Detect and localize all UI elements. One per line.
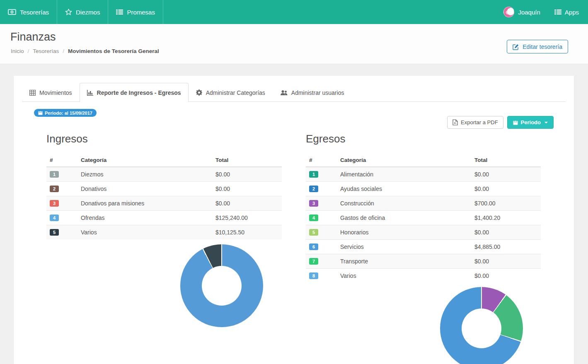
breadcrumb-separator: / — [28, 48, 29, 54]
breadcrumb-home[interactable]: Inicio — [11, 48, 24, 54]
column-header-total: Total — [471, 154, 541, 167]
column-header-total: Total — [212, 154, 282, 167]
total-cell: $125,240.00 — [212, 210, 282, 225]
category-cell: Construcción — [337, 196, 471, 210]
calendar-icon — [38, 111, 43, 115]
export-pdf-label: Exportar a PDF — [461, 119, 498, 125]
ingresos-title: Ingresos — [46, 133, 282, 145]
row-number-badge: 1 — [309, 171, 318, 178]
period-dropdown-button[interactable]: Periodo — [507, 116, 554, 129]
egresos-donut-chart — [440, 287, 523, 364]
table-row: 6 Servicios $4,885.00 — [306, 239, 541, 254]
chevron-down-icon — [544, 122, 548, 123]
row-number-badge: 2 — [309, 186, 318, 192]
total-cell: $0.00 — [471, 181, 541, 196]
donut-hole — [202, 266, 242, 306]
total-cell: $4,885.00 — [471, 239, 541, 254]
row-number-badge: 5 — [309, 229, 318, 236]
apps-list-icon — [554, 9, 561, 15]
table-row: 1 Diezmos $0.00 — [46, 167, 282, 181]
table-row: 5 Honorarios $0.00 — [306, 225, 541, 239]
category-cell: Diezmos — [77, 167, 212, 181]
category-cell: Varios — [77, 225, 212, 239]
tab-label: Administrar Categorías — [206, 89, 265, 96]
breadcrumb-tesorerias[interactable]: Tesorerías — [33, 48, 59, 54]
column-header-num: # — [46, 154, 77, 167]
period-badge: Periodo: al 15/09/2017 — [34, 109, 97, 117]
row-number-badge: 7 — [309, 258, 318, 265]
row-number-badge: 6 — [309, 243, 318, 250]
pencil-square-icon — [513, 43, 519, 50]
column-header-num: # — [306, 154, 337, 167]
table-icon — [29, 90, 36, 96]
category-cell: Transporte — [337, 254, 471, 268]
edit-treasury-label: Editar tesorería — [523, 43, 562, 50]
total-cell: $10,125.50 — [212, 225, 282, 239]
row-number-badge: 3 — [50, 200, 59, 207]
edit-treasury-button[interactable]: Editar tesorería — [507, 40, 568, 53]
breadcrumb: Inicio / Tesorerías / Movimientos de Tes… — [11, 48, 159, 54]
category-cell: Alimentación — [337, 167, 471, 181]
star-icon — [65, 9, 72, 15]
user-avatar — [503, 7, 514, 17]
row-number-badge: 1 — [50, 171, 59, 178]
bar-chart-icon — [87, 90, 93, 96]
page-header: Finanzas Inicio / Tesorerías / Movimient… — [0, 24, 588, 64]
row-number-badge: 2 — [50, 186, 59, 192]
nav-item-label: Tesorerías — [20, 9, 49, 16]
total-cell: $0.00 — [471, 254, 541, 268]
table-row: 7 Transporte $0.00 — [306, 254, 541, 268]
breadcrumb-separator: / — [63, 48, 64, 54]
category-cell: Ayudas sociales — [337, 181, 471, 196]
total-cell: $0.00 — [471, 167, 541, 181]
top-navbar: Tesorerías Diezmos Promesas Joaquín — [0, 0, 588, 24]
row-number-badge: 8 — [309, 272, 318, 279]
user-menu[interactable]: Joaquín — [503, 7, 540, 17]
table-row: 4 Gastos de oficina $1,400.20 — [306, 210, 541, 225]
egresos-section: Egresos # Categoría Total 1 Alimentación… — [306, 133, 541, 283]
apps-menu[interactable]: Apps — [554, 9, 579, 16]
user-name: Joaquín — [518, 9, 540, 16]
file-pdf-icon — [452, 119, 458, 125]
table-row: 2 Donativos $0.00 — [46, 181, 282, 196]
nav-item-diezmos[interactable]: Diezmos — [57, 0, 108, 24]
apps-label: Apps — [565, 9, 579, 16]
list-icon — [116, 9, 123, 15]
tab-administrar-categorias[interactable]: Administrar Categorías — [189, 83, 273, 102]
navbar-right: Joaquín Apps — [503, 0, 588, 24]
nav-item-tesorerias[interactable]: Tesorerías — [0, 0, 57, 24]
export-pdf-button[interactable]: Exportar a PDF — [447, 116, 503, 129]
ingresos-donut-chart — [180, 244, 263, 327]
tab-movimientos[interactable]: Movimientos — [22, 83, 80, 102]
banknote-icon — [8, 9, 16, 15]
tab-label: Movimientos — [39, 89, 72, 96]
category-cell: Ofrendas — [77, 210, 212, 225]
period-badge-label: Periodo: al 15/09/2017 — [45, 111, 92, 116]
ingresos-table: # Categoría Total 1 Diezmos $0.00 2 Dona… — [46, 154, 282, 239]
ingresos-section: Ingresos # Categoría Total 1 Diezmos $0.… — [46, 133, 282, 239]
tab-label: Administrar usuarios — [291, 89, 344, 96]
total-cell: $700.00 — [471, 196, 541, 210]
table-row: 2 Ayudas sociales $0.00 — [306, 181, 541, 196]
report-toolbar: Exportar a PDF Periodo — [447, 116, 554, 129]
total-cell: $0.00 — [212, 167, 282, 181]
row-number-badge: 4 — [309, 215, 318, 221]
tab-administrar-usuarios[interactable]: Administrar usuarios — [273, 83, 352, 102]
tab-reporte-ingresos-egresos[interactable]: Reporte de Ingresos - Egresos — [80, 83, 189, 102]
nav-item-promesas[interactable]: Promesas — [108, 0, 163, 24]
report-card: Movimientos Reporte de Ingresos - Egreso… — [14, 76, 574, 364]
row-number-badge: 4 — [50, 215, 59, 221]
tab-bar: Movimientos Reporte de Ingresos - Egreso… — [22, 83, 566, 102]
users-icon — [280, 90, 288, 96]
table-row: 3 Donativos para misiones $0.00 — [46, 196, 282, 210]
category-cell: Honorarios — [337, 225, 471, 239]
period-dropdown-label: Periodo — [521, 119, 541, 125]
egresos-table: # Categoría Total 1 Alimentación $0.00 2… — [306, 154, 541, 283]
nav-item-label: Promesas — [127, 9, 155, 16]
donut-hole — [462, 309, 501, 348]
total-cell: $0.00 — [471, 225, 541, 239]
column-header-category: Categoría — [77, 154, 212, 167]
nav-item-label: Diezmos — [76, 9, 100, 16]
gear-icon — [196, 89, 202, 96]
table-row: 3 Construcción $700.00 — [306, 196, 541, 210]
